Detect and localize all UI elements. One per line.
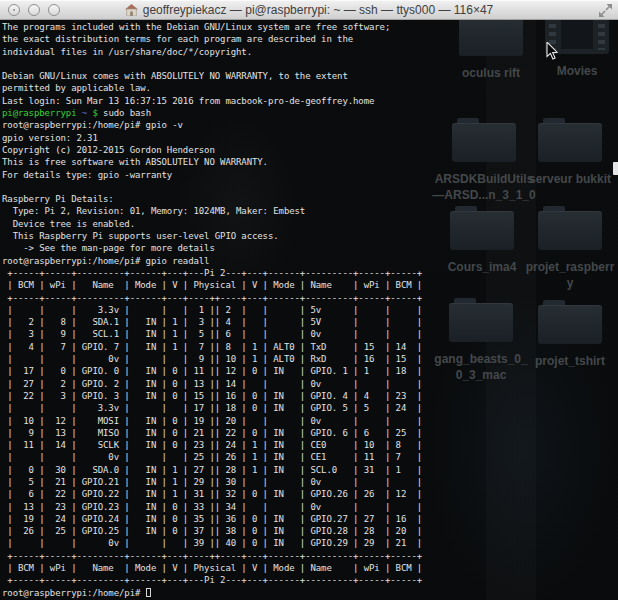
terminal-line: | | | 0v | | | 39 || 40 | 0 | IN | GPIO.… (2, 537, 618, 549)
mouse-cursor (546, 42, 558, 60)
terminal-line: | BCM | wPi | Name | Mode | V | Physical… (2, 562, 618, 574)
zoom-button[interactable] (48, 4, 60, 16)
terminal-line: gpio version: 2.31 (2, 132, 618, 144)
terminal-line: root@raspberrypi:/home/pi# gpio readall (2, 255, 618, 267)
terminal-line: -> See the man-page for more details (2, 242, 618, 254)
terminal-line: the exact distribution terms for each pr… (2, 33, 618, 45)
terminal-line: | | | 3.3v | | | 17 || 18 | 0 | IN | GPI… (2, 402, 618, 414)
terminal-line: | 0 | 30 | SDA.0 | IN | 1 | 27 || 28 | 1… (2, 464, 618, 476)
terminal-line: This is free software with ABSOLUTELY NO… (2, 156, 618, 168)
terminal-line: Copyright (c) 2012-2015 Gordon Henderson (2, 144, 618, 156)
window-title: geoffreypiekacz — pi@raspberrypi: ~ — ss… (143, 3, 494, 17)
traffic-lights (8, 0, 60, 20)
window-titlebar[interactable]: geoffreypiekacz — pi@raspberrypi: ~ — ss… (0, 0, 618, 20)
terminal-line: | | | 3.3v | | | 1 || 2 | | | 5v | | | (2, 304, 618, 316)
terminal-line: root@raspberrypi:/home/pi# (2, 587, 618, 599)
terminal-line: +-----+-----+---------+------+---+---Pi … (2, 574, 618, 586)
terminal-line (2, 181, 618, 193)
minimize-button[interactable] (28, 4, 40, 16)
terminal-line: | 10 | 12 | MOSI | IN | 0 | 19 || 20 | |… (2, 415, 618, 427)
terminal-line: | 2 | 8 | SDA.1 | IN | 1 | 3 || 4 | | | … (2, 316, 618, 328)
terminal-line: +-----+-----+---------+------+---+---Pi … (2, 267, 618, 279)
terminal-content: oculus riftMoviesARSDKBuildUtils —ARSD..… (0, 20, 618, 600)
title-area: geoffreypiekacz — pi@raspberrypi: ~ — ss… (125, 3, 494, 17)
terminal-line: permitted by applicable law. (2, 82, 618, 94)
terminal-line: | 6 | 22 | GPIO.22 | IN | 1 | 31 || 32 |… (2, 488, 618, 500)
terminal-line: | 9 | 13 | MISO | IN | 0 | 21 || 22 | 0 … (2, 427, 618, 439)
terminal-line: | | | 0v | | | 25 || 26 | 1 | IN | CE1 |… (2, 451, 618, 463)
terminal-line: The programs included with the Debian GN… (2, 21, 618, 33)
terminal-line: Raspberry Pi Details: (2, 193, 618, 205)
terminal-line: For details type: gpio -warranty (2, 169, 618, 181)
terminal-line: root@raspberrypi:/home/pi# gpio -v (2, 119, 618, 131)
terminal-line: | 3 | 9 | SCL.1 | IN | 1 | 5 || 6 | | | … (2, 328, 618, 340)
terminal-line: pi@raspberrypi ~ $ sudo bash (2, 107, 618, 119)
terminal-line: | 22 | 3 | GPIO. 3 | IN | 0 | 15 || 16 |… (2, 390, 618, 402)
terminal-line: Last login: Sun Mar 13 16:37:15 2016 fro… (2, 95, 618, 107)
home-icon (125, 4, 138, 16)
terminal-line: | 11 | 14 | SCLK | IN | 0 | 23 || 24 | 1… (2, 439, 618, 451)
terminal-line: | 5 | 21 | GPIO.21 | IN | 1 | 29 || 30 |… (2, 476, 618, 488)
terminal-line (2, 58, 618, 70)
terminal-line: Device tree is enabled. (2, 218, 618, 230)
terminal-line: | 17 | 0 | GPIO. 0 | IN | 0 | 11 || 12 |… (2, 365, 618, 377)
terminal-cursor (146, 588, 151, 597)
terminal-line: Type: Pi 2, Revision: 01, Memory: 1024MB… (2, 205, 618, 217)
terminal-window: geoffreypiekacz — pi@raspberrypi: ~ — ss… (0, 0, 618, 600)
terminal-line: +-----+-----+---------+------+---+----++… (2, 550, 618, 562)
terminal-output[interactable]: The programs included with the Debian GN… (0, 20, 618, 600)
terminal-line: individual files in /usr/share/doc/*/cop… (2, 46, 618, 58)
terminal-line: | 26 | 25 | GPIO.25 | IN | 0 | 37 || 38 … (2, 525, 618, 537)
terminal-line: This Raspberry Pi supports user-level GP… (2, 230, 618, 242)
terminal-line: | | | 0v | | | 9 || 10 | 1 | ALT0 | RxD … (2, 353, 618, 365)
terminal-line: | 27 | 2 | GPIO. 2 | IN | 0 | 13 || 14 |… (2, 378, 618, 390)
terminal-line: Debian GNU/Linux comes with ABSOLUTELY N… (2, 70, 618, 82)
terminal-line: | 4 | 7 | GPIO. 7 | IN | 1 | 7 || 8 | 1 … (2, 341, 618, 353)
terminal-line: | BCM | wPi | Name | Mode | V | Physical… (2, 279, 618, 291)
terminal-line: +-----+-----+---------+------+---+----++… (2, 292, 618, 304)
terminal-line: | 13 | 23 | GPIO.23 | IN | 0 | 33 || 34 … (2, 501, 618, 513)
close-button[interactable] (8, 4, 20, 16)
fullscreen-icon[interactable] (599, 4, 612, 17)
terminal-line: | 19 | 24 | GPIO.24 | IN | 0 | 35 || 36 … (2, 513, 618, 525)
